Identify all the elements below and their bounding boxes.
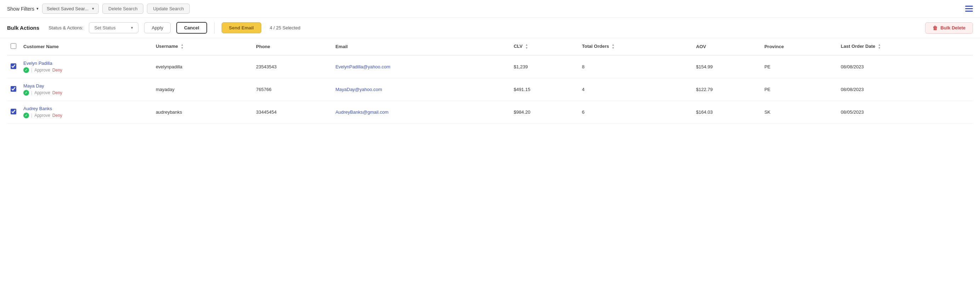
customer-name-link[interactable]: Audrey Banks [23,106,149,111]
username-cell: evelynpadilla [152,55,253,78]
last-order-date-cell: 08/08/2023 [837,55,973,78]
col-province-label: Province [764,44,784,49]
total-orders-sort-icon[interactable]: ▲ ▼ [612,43,615,49]
col-username-label: Username [156,43,178,49]
send-email-button[interactable]: Send Email [222,22,261,33]
apply-button[interactable]: Apply [144,22,171,33]
bulk-delete-button[interactable]: 🗑 Bulk Delete [925,22,973,34]
table-row: Evelyn Padilla|ApproveDenyevelynpadilla2… [7,55,973,78]
col-phone-label: Phone [256,44,270,49]
selected-count: 4 / 25 Selected [270,25,301,30]
col-customer-name-label: Customer Name [23,44,59,49]
toolbar: Show Filters ▾ Select Saved Sear... ▾ De… [0,0,980,18]
customer-name-link[interactable]: Evelyn Padilla [23,61,149,66]
clv-cell: $1,239 [510,55,579,78]
dropdown-chevron-icon: ▾ [92,6,94,11]
delete-search-button[interactable]: Delete Search [102,3,143,14]
last-order-date-cell: 08/08/2023 [837,78,973,101]
hamburger-menu-icon[interactable] [965,6,973,12]
select-saved-search-label: Select Saved Sear... [47,6,89,11]
show-filters-label: Show Filters [7,6,34,12]
total-orders-cell: 4 [579,78,692,101]
status-approved-icon [23,67,29,73]
row-checkbox-cell [7,78,20,101]
total-orders-cell: 8 [579,55,692,78]
row-checkbox[interactable] [11,109,16,114]
col-clv: CLV ▲ ▼ [510,38,579,55]
set-status-chevron-icon: ▾ [131,26,133,30]
col-province: Province [761,38,837,55]
email-link[interactable]: EvelynPadilla@yahoo.com [335,64,390,69]
province-cell: PE [761,78,837,101]
province-cell: SK [761,101,837,124]
deny-link[interactable]: Deny [52,113,62,118]
customer-name-link[interactable]: Maya Day [23,83,149,89]
bulk-delete-label: Bulk Delete [940,25,966,30]
status-approved-icon [23,90,29,96]
col-last-order-date-label: Last Order Date [841,43,875,49]
vertical-divider [214,22,215,34]
action-separator: | [31,113,32,118]
phone-cell: 23543543 [253,55,332,78]
col-last-order-date: Last Order Date ▲ ▼ [837,38,973,55]
row-checkbox[interactable] [11,86,16,92]
table-row: Maya Day|ApproveDenymayaday765766MayaDay… [7,78,973,101]
col-aov: AOV [692,38,761,55]
table-header-row: Customer Name Username ▲ ▼ Phone Email C… [7,38,973,55]
bulk-actions-label: Bulk Actions [7,25,39,31]
col-clv-label: CLV [514,43,523,49]
status-approved-icon [23,113,29,118]
deny-link[interactable]: Deny [52,90,62,95]
clv-cell: $984.20 [510,101,579,124]
trash-icon: 🗑 [932,25,937,31]
cancel-button[interactable]: Cancel [176,22,207,34]
chevron-down-icon: ▾ [37,6,38,11]
total-orders-cell: 6 [579,101,692,124]
email-cell: EvelynPadilla@yahoo.com [332,55,510,78]
last-order-date-sort-icon[interactable]: ▲ ▼ [878,43,881,49]
select-saved-search-dropdown[interactable]: Select Saved Sear... ▾ [42,3,99,14]
set-status-dropdown[interactable]: Set Status ▾ [89,22,138,33]
approve-link[interactable]: Approve [34,68,50,73]
clv-sort-icon[interactable]: ▲ ▼ [525,43,528,49]
col-total-orders: Total Orders ▲ ▼ [579,38,692,55]
customer-table: Customer Name Username ▲ ▼ Phone Email C… [7,38,973,124]
row-checkbox-cell [7,101,20,124]
aov-cell: $122.79 [692,78,761,101]
set-status-label: Set Status [94,25,115,30]
customer-name-cell: Maya Day|ApproveDeny [20,78,152,101]
province-cell: PE [761,55,837,78]
table-row: Audrey Banks|ApproveDenyaudreybanks33445… [7,101,973,124]
row-checkbox[interactable] [11,63,16,69]
bulk-actions-bar: Bulk Actions Status & Actions: Set Statu… [0,18,980,38]
deny-link[interactable]: Deny [52,68,62,73]
last-order-date-cell: 08/05/2023 [837,101,973,124]
col-total-orders-label: Total Orders [582,43,609,49]
col-aov-label: AOV [696,44,706,49]
action-separator: | [31,90,32,95]
toolbar-left: Show Filters ▾ Select Saved Sear... ▾ De… [7,3,190,14]
customer-name-cell: Evelyn Padilla|ApproveDeny [20,55,152,78]
col-customer-name: Customer Name [20,38,152,55]
username-cell: mayaday [152,78,253,101]
col-email: Email [332,38,510,55]
header-checkbox-cell [7,38,20,55]
phone-cell: 33445454 [253,101,332,124]
aov-cell: $164.03 [692,101,761,124]
approve-link[interactable]: Approve [34,113,50,118]
username-cell: audreybanks [152,101,253,124]
update-search-button[interactable]: Update Search [147,3,190,14]
email-link[interactable]: AudreyBanks@gmail.com [335,109,388,115]
customer-table-container: Customer Name Username ▲ ▼ Phone Email C… [0,38,980,124]
approve-link[interactable]: Approve [34,90,50,95]
email-cell: MayaDay@yahoo.com [332,78,510,101]
username-sort-icon[interactable]: ▲ ▼ [181,43,183,49]
col-phone: Phone [253,38,332,55]
clv-cell: $491.15 [510,78,579,101]
show-filters-button[interactable]: Show Filters ▾ [7,6,38,12]
select-all-checkbox[interactable] [11,43,16,49]
col-username: Username ▲ ▼ [152,38,253,55]
row-checkbox-cell [7,55,20,78]
aov-cell: $154.99 [692,55,761,78]
email-link[interactable]: MayaDay@yahoo.com [335,87,382,92]
